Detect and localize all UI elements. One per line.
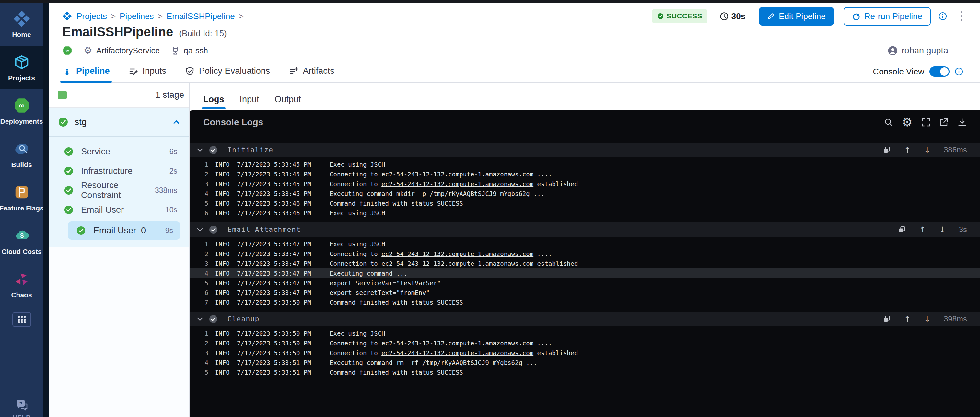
scroll-up-icon[interactable]: ↑	[904, 315, 911, 323]
sidebar-item-home[interactable]: Home	[0, 3, 43, 46]
title-row: EmailSSHPipeline (Build Id: 15)	[62, 25, 980, 39]
step-row-service[interactable]: Service6s	[49, 142, 189, 161]
log-level: INFO	[215, 289, 232, 296]
log-level: INFO	[215, 359, 232, 366]
tab-artifacts[interactable]: Artifacts	[289, 66, 334, 82]
breadcrumb-separator: >	[111, 11, 116, 21]
sidebar-item-projects[interactable]: Projects	[0, 46, 43, 89]
sidebar-item-deployments[interactable]: ∞Deployments	[0, 89, 43, 133]
log-level: INFO	[215, 330, 232, 337]
tab-inputs[interactable]: Inputs	[129, 66, 167, 82]
log-level: INFO	[215, 209, 232, 217]
deployments-icon: ∞	[13, 97, 30, 114]
edit-pipeline-label: Edit Pipeline	[779, 11, 826, 21]
console: Console Logs ⚙ Initialize↑↓386ms1INFO7/1…	[189, 110, 980, 417]
section-success-icon	[209, 225, 218, 234]
stage-row-stg[interactable]: stg	[49, 108, 189, 136]
sidebar-items: HomeProjects∞DeploymentsBuildsFeature Fl…	[0, 3, 43, 306]
step-name: Resource Constraint	[81, 180, 155, 200]
apps-grid-button[interactable]	[12, 312, 31, 327]
sidebar-item-feature-flags[interactable]: Feature Flags	[0, 176, 43, 219]
gear-icon[interactable]: ⚙	[902, 116, 913, 128]
scroll-up-icon[interactable]: ↑	[920, 226, 926, 234]
sidebar-item-builds[interactable]: Builds	[0, 133, 43, 176]
scroll-down-icon[interactable]: ↓	[939, 226, 946, 234]
log-link[interactable]: ec2-54-243-12-132.compute-1.amazonaws.co…	[382, 180, 533, 187]
log-link[interactable]: ec2-54-243-12-132.compute-1.amazonaws.co…	[382, 339, 533, 347]
step-duration: 6s	[170, 147, 177, 156]
console-view-info-icon[interactable]	[955, 67, 963, 76]
chevron-down-icon[interactable]	[196, 146, 204, 154]
download-icon[interactable]	[957, 117, 967, 127]
log-message: Connecting to ec2-54-243-12-132.compute-…	[329, 250, 552, 257]
log-timestamp: 7/17/2023 5:33:47 PM	[237, 260, 318, 267]
log-timestamp: 7/17/2023 5:33:45 PM	[237, 161, 318, 168]
scroll-down-icon[interactable]: ↓	[924, 146, 931, 154]
log-link[interactable]: ec2-54-243-12-132.compute-1.amazonaws.co…	[382, 171, 533, 178]
log-link[interactable]: ec2-54-243-12-132.compute-1.amazonaws.co…	[382, 349, 533, 357]
breadcrumb-link[interactable]: Projects	[76, 11, 107, 21]
step-row-email-user_0[interactable]: Email User_09s	[68, 222, 180, 239]
step-duration: 338ms	[155, 186, 177, 195]
success-check-circle-icon	[64, 166, 73, 176]
log-section-header-initialize: Initialize↑↓386ms	[189, 143, 980, 157]
log-tab-logs[interactable]: Logs	[203, 95, 224, 110]
edit-pipeline-button[interactable]: Edit Pipeline	[759, 7, 834, 25]
policy-shield-icon	[185, 67, 195, 76]
tab-policy-evaluations[interactable]: Policy Evaluations	[185, 66, 270, 82]
log-tab-output[interactable]: Output	[275, 95, 301, 110]
log-link[interactable]: ec2-54-243-12-132.compute-1.amazonaws.co…	[382, 260, 533, 267]
more-options-kebab-icon[interactable]	[960, 11, 963, 22]
scroll-up-icon[interactable]: ↑	[904, 146, 911, 154]
chevron-up-icon[interactable]	[172, 117, 181, 127]
app-root: HomeProjects∞DeploymentsBuildsFeature Fl…	[0, 3, 980, 417]
chevron-down-icon[interactable]	[196, 226, 204, 233]
copy-icon[interactable]	[883, 146, 891, 154]
breadcrumb-link[interactable]: EmailSSHPipeline	[167, 11, 235, 21]
open-in-new-icon[interactable]	[939, 117, 949, 127]
step-row-infrastructure[interactable]: Infrastructure2s	[49, 161, 189, 181]
rerun-pipeline-label: Re-run Pipeline	[864, 11, 922, 21]
log-message: Executing command rm -rf /tmp/rKyAAQBtSJ…	[329, 359, 537, 366]
chaos-icon	[13, 270, 30, 288]
log-line: 5INFO7/17/2023 5:33:46 PMCommand finishe…	[189, 198, 980, 208]
search-icon[interactable]	[884, 117, 894, 127]
chevron-down-icon[interactable]	[196, 315, 204, 323]
copy-icon[interactable]	[883, 315, 891, 323]
console-toolbar: ⚙	[884, 116, 967, 128]
breadcrumb-link[interactable]: Pipelines	[119, 11, 154, 21]
sidebar-item-cloud-costs[interactable]: $Cloud Costs	[0, 219, 43, 263]
content-column: Projects>Pipelines>EmailSSHPipeline> SUC…	[49, 3, 980, 417]
step-row-resource-constraint[interactable]: Resource Constraint338ms	[49, 181, 189, 200]
log-lines: 1INFO7/17/2023 5:33:50 PMExec using JSCH…	[189, 326, 980, 380]
log-timestamp: 7/17/2023 5:33:45 PM	[237, 171, 318, 178]
tab-pipeline[interactable]: Pipeline	[62, 66, 110, 82]
fullscreen-icon[interactable]	[921, 117, 931, 127]
log-line-number: 4	[189, 359, 208, 366]
help-button[interactable]: ? HELP	[0, 399, 43, 417]
log-timestamp: 7/17/2023 5:33:45 PM	[237, 180, 318, 187]
stage-count: 1 stage	[155, 90, 184, 100]
console-view-toggle[interactable]	[929, 67, 950, 77]
rerun-pipeline-button[interactable]: Re-run Pipeline	[843, 7, 931, 25]
log-tab-input[interactable]: Input	[240, 95, 259, 110]
refresh-icon	[852, 12, 861, 21]
log-section-header-cleanup: Cleanup↑↓398ms	[189, 312, 980, 326]
log-section-actions: ↑↓386ms	[883, 145, 967, 154]
log-line: 2INFO7/17/2023 5:33:50 PMConnecting to e…	[189, 338, 980, 348]
sidebar-item-chaos[interactable]: Chaos	[0, 263, 43, 306]
log-level: INFO	[215, 190, 232, 197]
rerun-info-icon[interactable]	[939, 12, 947, 21]
log-line: 3INFO7/17/2023 5:33:45 PMConnection to e…	[189, 179, 980, 189]
log-line-number: 4	[189, 190, 208, 197]
window-top-strip	[0, 0, 980, 3]
log-link[interactable]: ec2-54-243-12-132.compute-1.amazonaws.co…	[382, 250, 533, 257]
copy-icon[interactable]	[898, 225, 907, 234]
log-line: 6INFO7/17/2023 5:33:46 PMExec using JSCH	[189, 208, 980, 218]
step-row-email-user[interactable]: Email User10s	[49, 200, 189, 219]
log-section-title: Cleanup	[228, 315, 259, 323]
scroll-down-icon[interactable]: ↓	[924, 315, 931, 323]
log-line: 3INFO7/17/2023 5:33:47 PMConnection to e…	[189, 259, 980, 268]
log-line-number: 4	[189, 270, 208, 277]
log-section-title: Email Attachment	[228, 226, 301, 233]
